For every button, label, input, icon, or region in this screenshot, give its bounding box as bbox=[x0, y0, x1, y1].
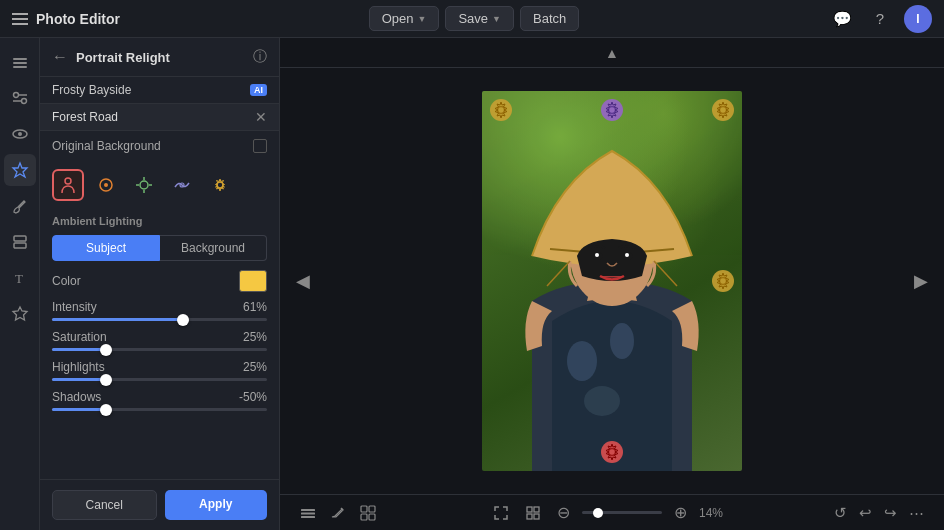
shadows-track[interactable] bbox=[52, 408, 267, 411]
highlights-track[interactable] bbox=[52, 378, 267, 381]
saturation-value: 25% bbox=[243, 330, 267, 344]
svg-rect-13 bbox=[14, 243, 26, 248]
light-icon-sun[interactable] bbox=[128, 169, 160, 201]
original-bg-checkbox[interactable] bbox=[253, 139, 267, 153]
control-point-tl[interactable] bbox=[490, 99, 512, 121]
highlights-value: 25% bbox=[243, 360, 267, 374]
menu-icon[interactable] bbox=[12, 13, 28, 25]
control-point-bc[interactable] bbox=[601, 441, 623, 463]
background-tab[interactable]: Background bbox=[160, 235, 267, 261]
svg-rect-38 bbox=[301, 509, 315, 511]
undo-icon[interactable]: ↩ bbox=[855, 504, 876, 522]
close-preset-button[interactable]: ✕ bbox=[255, 109, 267, 125]
svg-marker-11 bbox=[13, 163, 27, 177]
topbar: Photo Editor Open ▼ Save ▼ Batch 💬 ? I bbox=[0, 0, 944, 38]
light-icon-person[interactable] bbox=[52, 169, 84, 201]
zoom-out-icon[interactable]: ⊖ bbox=[553, 503, 574, 522]
light-icon-wave[interactable] bbox=[166, 169, 198, 201]
intensity-track[interactable] bbox=[52, 318, 267, 321]
color-swatch[interactable] bbox=[239, 270, 267, 292]
saturation-slider-row: Saturation 25% bbox=[40, 327, 279, 357]
apply-button[interactable]: Apply bbox=[165, 490, 268, 520]
shadows-value: -50% bbox=[239, 390, 267, 404]
canvas-left-nav[interactable]: ◀ bbox=[296, 270, 310, 292]
saturation-label: Saturation bbox=[52, 330, 107, 344]
svg-rect-48 bbox=[534, 514, 539, 519]
topbar-center: Open ▼ Save ▼ Batch bbox=[130, 6, 818, 31]
light-icon-gear[interactable] bbox=[204, 169, 236, 201]
selected-preset-label: Forest Road bbox=[52, 110, 255, 124]
fit-screen-icon[interactable] bbox=[489, 505, 513, 521]
layers-bottom-icon[interactable] bbox=[296, 505, 320, 521]
original-bg-label: Original Background bbox=[52, 139, 245, 153]
selected-preset-row: Forest Road ✕ bbox=[40, 103, 279, 131]
svg-rect-44 bbox=[369, 514, 375, 520]
chat-icon-btn[interactable]: 💬 bbox=[828, 5, 856, 33]
app-title: Photo Editor bbox=[36, 11, 120, 27]
sidebar-icon-text[interactable]: T bbox=[4, 262, 36, 294]
cancel-button[interactable]: Cancel bbox=[52, 490, 157, 520]
canvas-top-bar: ▲ bbox=[280, 38, 944, 68]
sidebar-icon-effects[interactable] bbox=[4, 154, 36, 186]
svg-rect-39 bbox=[301, 512, 315, 514]
svg-point-17 bbox=[104, 183, 108, 187]
info-icon[interactable]: ⓘ bbox=[253, 48, 267, 66]
zoom-fit-icon[interactable] bbox=[521, 505, 545, 521]
sidebar-icon-stack[interactable] bbox=[4, 226, 36, 258]
intensity-label: Intensity bbox=[52, 300, 97, 314]
svg-point-3 bbox=[13, 93, 18, 98]
svg-point-25 bbox=[567, 341, 597, 381]
control-point-tr[interactable] bbox=[712, 99, 734, 121]
save-button[interactable]: Save ▼ bbox=[445, 6, 514, 31]
svg-point-27 bbox=[584, 386, 620, 416]
topbar-right: 💬 ? I bbox=[828, 5, 932, 33]
topbar-left: Photo Editor bbox=[12, 11, 120, 27]
ambient-lighting-header: Ambient Lighting bbox=[40, 209, 279, 231]
canvas-up-btn[interactable]: ▲ bbox=[597, 45, 627, 61]
svg-point-18 bbox=[140, 181, 148, 189]
svg-point-32 bbox=[625, 253, 629, 257]
batch-button[interactable]: Batch bbox=[520, 6, 579, 31]
sidebar-icon-eye[interactable] bbox=[4, 118, 36, 150]
light-icon-circle[interactable] bbox=[90, 169, 122, 201]
canvas-viewport[interactable]: ◀ ┌ ┐ bbox=[280, 68, 944, 494]
edit-bottom-icon[interactable] bbox=[326, 505, 350, 521]
redo-icon[interactable]: ↪ bbox=[880, 504, 901, 522]
svg-rect-47 bbox=[527, 514, 532, 519]
svg-rect-1 bbox=[13, 62, 27, 64]
svg-point-4 bbox=[21, 99, 26, 104]
user-avatar[interactable]: I bbox=[904, 5, 932, 33]
svg-text:T: T bbox=[15, 271, 23, 286]
back-button[interactable]: ← bbox=[52, 48, 68, 66]
sidebar-icon-badge[interactable] bbox=[4, 298, 36, 330]
zoom-in-icon[interactable]: ⊕ bbox=[670, 503, 691, 522]
svg-point-15 bbox=[65, 178, 71, 184]
control-point-mr[interactable] bbox=[712, 270, 734, 292]
open-button[interactable]: Open ▼ bbox=[369, 6, 440, 31]
ambient-tabs: Subject Background bbox=[40, 231, 279, 265]
sidebar-icon-brush[interactable] bbox=[4, 190, 36, 222]
panel-header: ← Portrait Relight ⓘ bbox=[40, 38, 279, 77]
sidebar-icon-layers[interactable] bbox=[4, 46, 36, 78]
original-bg-row: Original Background bbox=[40, 131, 279, 161]
saturation-track[interactable] bbox=[52, 348, 267, 351]
subject-tab[interactable]: Subject bbox=[52, 235, 160, 261]
sidebar-icon-sliders[interactable] bbox=[4, 82, 36, 114]
canvas-right-nav[interactable]: ▶ bbox=[914, 270, 928, 292]
more-icon[interactable]: ⋯ bbox=[905, 504, 928, 522]
color-row: Color bbox=[40, 265, 279, 297]
rotate-ccw-icon[interactable]: ↺ bbox=[830, 504, 851, 522]
ai-badge: AI bbox=[250, 84, 267, 96]
intensity-slider-row: Intensity 61% bbox=[40, 297, 279, 327]
svg-rect-0 bbox=[13, 58, 27, 60]
help-icon-btn[interactable]: ? bbox=[866, 5, 894, 33]
panel-footer: Cancel Apply bbox=[40, 479, 279, 530]
control-point-tc[interactable] bbox=[601, 99, 623, 121]
light-icons-row bbox=[40, 161, 279, 209]
grid-bottom-icon[interactable] bbox=[356, 505, 380, 521]
svg-point-10 bbox=[18, 132, 22, 136]
preset-frosty-bayside[interactable]: Frosty Bayside AI bbox=[40, 77, 279, 103]
svg-rect-43 bbox=[361, 514, 367, 520]
intensity-value: 61% bbox=[243, 300, 267, 314]
color-label: Color bbox=[52, 274, 239, 288]
